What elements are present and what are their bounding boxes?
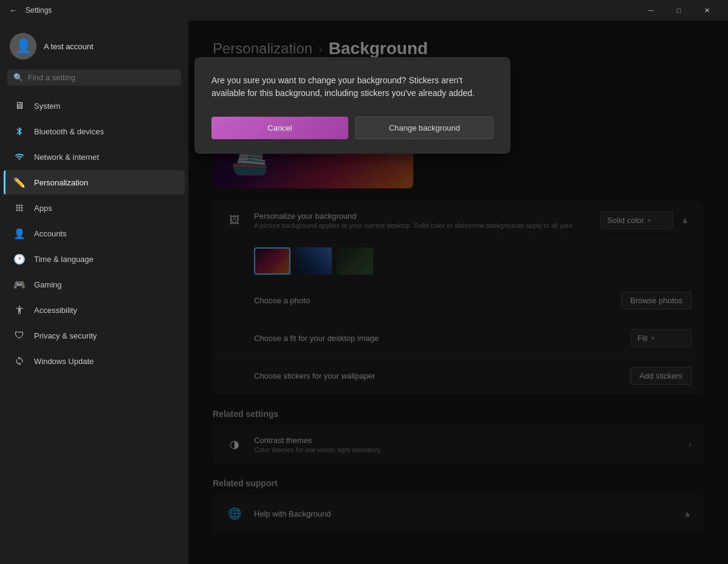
- dialog-overlay: Are you sure you want to change your bac…: [188, 21, 728, 564]
- update-icon: [13, 355, 26, 367]
- search-box: 🔍: [7, 69, 181, 86]
- sidebar-item-privacy[interactable]: 🛡 Privacy & security: [4, 323, 185, 348]
- sidebar: 👤 A test account 🔍 🖥 System Bluetooth & …: [0, 21, 188, 564]
- user-name: A test account: [44, 42, 94, 51]
- privacy-icon: 🛡: [13, 329, 26, 342]
- app-body: 👤 A test account 🔍 🖥 System Bluetooth & …: [0, 21, 728, 564]
- content-area: Personalization › Background ⚓ 🚢: [188, 21, 728, 564]
- avatar: 👤: [10, 33, 36, 60]
- sidebar-item-label: Network & internet: [34, 153, 99, 162]
- accounts-icon: 👤: [13, 227, 26, 239]
- change-background-dialog: Are you sure you want to change your bac…: [194, 57, 510, 154]
- back-button[interactable]: ←: [7, 4, 19, 16]
- sidebar-item-bluetooth[interactable]: Bluetooth & devices: [4, 119, 185, 143]
- maximize-button[interactable]: □: [665, 0, 693, 21]
- dialog-cancel-button[interactable]: Cancel: [211, 117, 348, 139]
- sidebar-item-gaming[interactable]: 🎮 Gaming: [4, 272, 185, 297]
- time-icon: 🕐: [13, 253, 26, 265]
- sidebar-item-system[interactable]: 🖥 System: [4, 94, 185, 118]
- sidebar-item-label: Time & language: [34, 255, 94, 264]
- titlebar-title: Settings: [26, 6, 631, 15]
- sidebar-item-accounts[interactable]: 👤 Accounts: [4, 221, 185, 246]
- sidebar-item-personalization[interactable]: ✏️ Personalization: [4, 170, 185, 194]
- sidebar-item-windows-update[interactable]: Windows Update: [4, 349, 185, 373]
- user-area: 👤 A test account: [0, 21, 188, 69]
- bluetooth-icon: [13, 125, 26, 137]
- sidebar-item-label: Apps: [34, 204, 52, 213]
- sidebar-item-label: Windows Update: [34, 357, 94, 366]
- sidebar-item-apps[interactable]: Apps: [4, 196, 185, 220]
- apps-icon: [13, 202, 26, 214]
- accessibility-icon: [13, 304, 26, 316]
- system-icon: 🖥: [13, 100, 26, 112]
- search-input[interactable]: [28, 73, 175, 82]
- sidebar-item-label: Accounts: [34, 229, 66, 238]
- gaming-icon: 🎮: [13, 278, 26, 291]
- titlebar: ← Settings ─ □ ✕: [0, 0, 728, 21]
- dialog-message: Are you sure you want to change your bac…: [211, 74, 493, 100]
- sidebar-item-label: Accessibility: [34, 306, 77, 315]
- sidebar-item-label: Personalization: [34, 178, 88, 187]
- dialog-confirm-button[interactable]: Change background: [355, 117, 493, 139]
- sidebar-item-label: Privacy & security: [34, 331, 97, 340]
- search-icon: 🔍: [13, 73, 23, 82]
- sidebar-item-network[interactable]: Network & internet: [4, 145, 185, 169]
- window-controls: ─ □ ✕: [637, 0, 721, 21]
- sidebar-item-label: Bluetooth & devices: [34, 127, 104, 136]
- sidebar-item-accessibility[interactable]: Accessibility: [4, 298, 185, 322]
- dialog-buttons: Cancel Change background: [211, 117, 493, 139]
- close-button[interactable]: ✕: [693, 0, 721, 21]
- personalization-icon: ✏️: [13, 176, 26, 188]
- sidebar-item-label: System: [34, 101, 60, 111]
- minimize-button[interactable]: ─: [637, 0, 665, 21]
- sidebar-item-label: Gaming: [34, 280, 62, 289]
- network-icon: [13, 151, 26, 163]
- sidebar-item-time[interactable]: 🕐 Time & language: [4, 247, 185, 271]
